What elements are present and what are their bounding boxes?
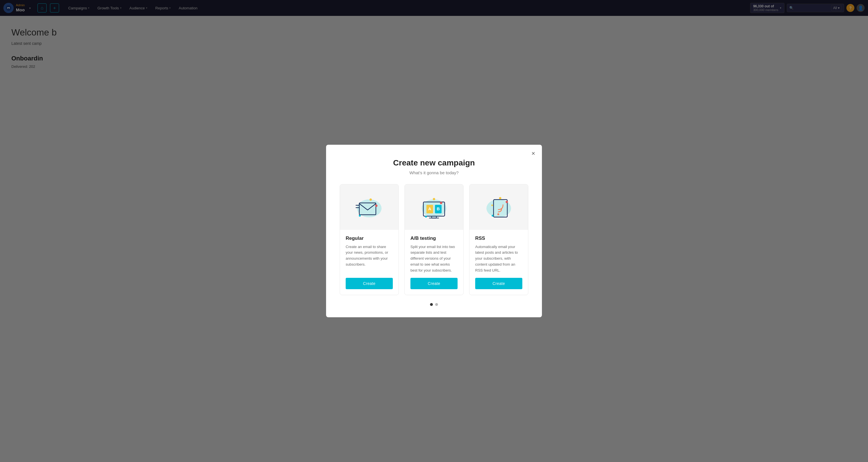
- ab-illustration: A B: [405, 185, 463, 230]
- modal-title: Create new campaign: [340, 158, 528, 167]
- svg-point-23: [497, 213, 499, 215]
- create-campaign-modal: × Create new campaign What's it gonna be…: [326, 145, 542, 318]
- ab-testing-campaign-card: A B A/B testing Split your email list in…: [404, 184, 464, 295]
- modal-close-button[interactable]: ×: [531, 151, 535, 157]
- svg-point-26: [499, 197, 501, 199]
- campaign-cards-row: Regular Create an email to share your ne…: [340, 184, 528, 295]
- modal-subtitle: What's it gonna be today?: [340, 170, 528, 175]
- svg-point-24: [505, 201, 508, 203]
- ab-card-description: Split your email list into two separate …: [410, 244, 458, 273]
- regular-card-body: Regular Create an email to share your ne…: [340, 230, 399, 273]
- rss-card-footer: Create: [469, 273, 528, 295]
- modal-overlay[interactable]: × Create new campaign What's it gonna be…: [0, 0, 868, 462]
- svg-point-20: [433, 198, 435, 200]
- svg-text:B: B: [437, 206, 440, 211]
- regular-card-type: Regular: [346, 235, 393, 241]
- svg-point-25: [492, 214, 494, 217]
- ab-create-button[interactable]: Create: [410, 278, 458, 289]
- regular-create-button[interactable]: Create: [346, 278, 393, 289]
- svg-point-7: [375, 204, 377, 207]
- regular-card-footer: Create: [340, 273, 399, 295]
- ab-card-type: A/B testing: [410, 235, 458, 241]
- regular-card-description: Create an email to share your news, prom…: [346, 244, 393, 273]
- svg-point-9: [370, 198, 372, 201]
- svg-text:A: A: [428, 206, 431, 211]
- regular-campaign-card: Regular Create an email to share your ne…: [340, 184, 399, 295]
- ab-card-body: A/B testing Split your email list into t…: [405, 230, 463, 273]
- regular-illustration: [340, 185, 399, 230]
- rss-card-description: Automatically email your latest posts an…: [475, 244, 522, 273]
- pagination-dot-2[interactable]: [435, 303, 438, 306]
- rss-illustration: [469, 185, 528, 230]
- rss-create-button[interactable]: Create: [475, 278, 522, 289]
- pagination-dots: [340, 303, 528, 306]
- rss-card-type: RSS: [475, 235, 522, 241]
- svg-point-27: [491, 204, 493, 206]
- rss-campaign-card: RSS Automatically email your latest post…: [469, 184, 528, 295]
- pagination-dot-1[interactable]: [430, 303, 433, 306]
- svg-point-18: [440, 201, 442, 204]
- svg-point-8: [359, 214, 361, 217]
- ab-card-footer: Create: [405, 273, 463, 295]
- rss-card-body: RSS Automatically email your latest post…: [469, 230, 528, 273]
- svg-point-19: [425, 216, 427, 218]
